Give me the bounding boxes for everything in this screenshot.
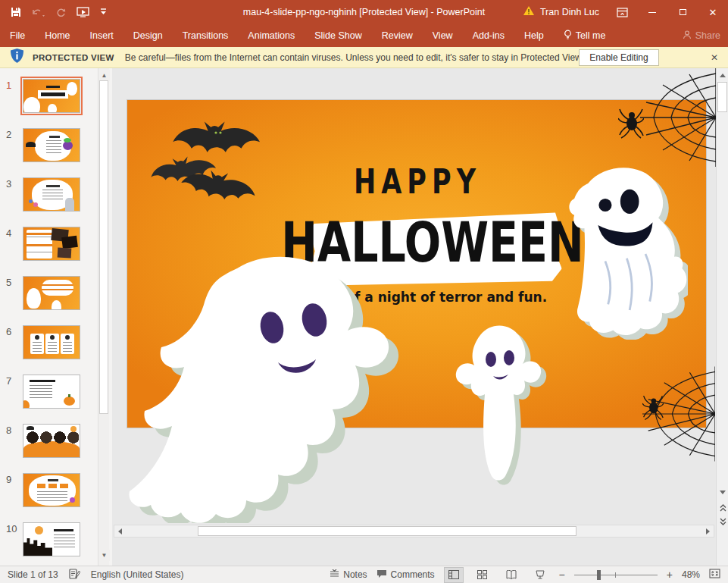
scroll-up-arrow[interactable] xyxy=(717,69,728,81)
tab-transitions[interactable]: Transitions xyxy=(173,24,239,47)
scrollbar-thumb[interactable] xyxy=(198,526,576,536)
redo-icon xyxy=(56,8,66,17)
close-button[interactable]: ✕ xyxy=(698,0,728,24)
slide-thumbnail-art xyxy=(23,227,80,261)
protected-view-message: Be careful—files from the Internet can c… xyxy=(125,52,584,63)
scroll-down-arrow[interactable]: ▼ xyxy=(98,550,110,561)
slide-number: 8 xyxy=(6,424,23,436)
scrollbar-thumb[interactable] xyxy=(99,80,108,414)
slide-thumbnail-2[interactable]: 2 xyxy=(6,128,98,162)
spider-web-top-icon xyxy=(640,68,716,167)
notes-label: Notes xyxy=(343,569,367,580)
slide-thumbnail-7[interactable]: 7 xyxy=(6,375,98,409)
slide-thumbnail-1[interactable]: 1 xyxy=(6,79,98,113)
slide-thumbnail-6[interactable]: 6 xyxy=(6,325,98,359)
fit-to-window-icon[interactable] xyxy=(709,569,720,581)
zoom-level[interactable]: 48% xyxy=(682,569,700,580)
slide-thumbnail-art xyxy=(23,128,80,162)
slide-thumbnail-art xyxy=(23,276,80,310)
comment-icon xyxy=(376,569,387,581)
ghost-left-illustration xyxy=(123,249,423,523)
zoom-out-button[interactable]: − xyxy=(559,569,565,581)
slide-thumbnail-art xyxy=(23,424,80,458)
scroll-up-arrow[interactable]: ▲ xyxy=(98,70,110,81)
slide-thumbnail-art xyxy=(23,325,80,359)
slide-thumbnail-4[interactable]: 4 xyxy=(6,227,98,261)
ghost-right-illustration xyxy=(562,155,688,340)
banner-close-icon[interactable]: ✕ xyxy=(707,50,722,65)
zoom-in-button[interactable]: + xyxy=(667,569,673,581)
slide-sorter-view-button[interactable] xyxy=(473,567,492,583)
slide-thumbnail-8[interactable]: 8 xyxy=(6,424,98,458)
horizontal-scrollbar[interactable] xyxy=(114,525,714,538)
notes-icon xyxy=(330,569,339,581)
tab-view[interactable]: View xyxy=(423,24,463,47)
slide-number: 3 xyxy=(6,177,23,190)
slide-indicator[interactable]: Slide 1 of 13 xyxy=(8,569,58,580)
reading-view-button[interactable] xyxy=(501,567,521,583)
zoom-slider-thumb[interactable] xyxy=(597,570,601,580)
slide-thumbnail-art xyxy=(23,375,80,409)
scrollbar-thumb[interactable] xyxy=(717,82,727,112)
normal-view-button[interactable] xyxy=(444,567,464,583)
warning-icon[interactable] xyxy=(523,5,535,19)
tab-animations[interactable]: Animations xyxy=(238,24,305,47)
title-bar: mau-4-slide-pp-ngo-nghinh [Protected Vie… xyxy=(0,0,728,24)
slide-number: 1 xyxy=(6,79,23,91)
zoom-slider[interactable] xyxy=(574,569,658,580)
previous-slide-button[interactable] xyxy=(717,502,728,514)
tab-slide-show[interactable]: Slide Show xyxy=(305,24,372,47)
tab-review[interactable]: Review xyxy=(372,24,423,47)
scroll-down-arrow[interactable] xyxy=(717,486,728,498)
slide-thumbnail-9[interactable]: 9 xyxy=(6,473,98,507)
slide-thumbnail-art xyxy=(23,79,80,113)
slide-number: 5 xyxy=(6,276,23,288)
language-indicator[interactable]: English (United States) xyxy=(91,569,184,580)
info-shield-icon xyxy=(11,49,23,66)
protected-view-label: PROTECTED VIEW xyxy=(33,53,114,62)
slide-thumbnail-art xyxy=(23,522,80,556)
slide-thumbnail-5[interactable]: 5 xyxy=(6,276,98,310)
save-icon[interactable] xyxy=(11,7,21,17)
notes-button[interactable]: Notes xyxy=(330,569,367,581)
scroll-right-arrow[interactable] xyxy=(702,525,714,537)
comments-label: Comments xyxy=(391,569,435,580)
tab-file[interactable]: File xyxy=(0,24,35,47)
slide-number: 6 xyxy=(6,325,23,337)
tell-me-box[interactable]: Tell me xyxy=(554,24,616,47)
slideshow-view-button[interactable] xyxy=(530,567,550,583)
slide-number: 2 xyxy=(6,128,23,140)
enable-editing-button[interactable]: Enable Editing xyxy=(579,49,659,66)
vertical-scrollbar[interactable] xyxy=(716,68,728,566)
ribbon-display-options-icon[interactable] xyxy=(607,0,637,24)
scroll-left-arrow[interactable] xyxy=(114,525,126,537)
slide-number: 4 xyxy=(6,227,23,239)
next-slide-button[interactable] xyxy=(717,516,728,528)
tab-insert[interactable]: Insert xyxy=(80,24,123,47)
tab-add-ins[interactable]: Add-ins xyxy=(463,24,514,47)
slide-thumbnail-panel: 1 2 3 4 5 xyxy=(0,68,112,566)
bats-illustration xyxy=(146,120,267,205)
comments-button[interactable]: Comments xyxy=(376,569,435,581)
maximize-button[interactable] xyxy=(667,0,698,24)
status-bar: Slide 1 of 13 English (United States) No… xyxy=(0,566,728,583)
slide-thumbnail-3[interactable]: 3 xyxy=(6,177,98,212)
slide-thumbnail-art xyxy=(23,473,80,507)
undo-icon xyxy=(32,8,45,17)
tab-home[interactable]: Home xyxy=(35,24,80,47)
powerpoint-window: mau-4-slide-pp-ngo-nghinh [Protected Vie… xyxy=(0,0,728,583)
protected-view-banner: PROTECTED VIEW Be careful—files from the… xyxy=(0,47,728,68)
customize-qat-icon[interactable] xyxy=(100,8,107,16)
slide-editor-canvas[interactable]: HAPPY HALLOWEEN Be part of a night of te… xyxy=(112,68,728,566)
spider-icon xyxy=(642,393,664,422)
user-name[interactable]: Tran Dinh Luc xyxy=(540,7,599,17)
lightbulb-icon xyxy=(564,30,572,42)
tab-design[interactable]: Design xyxy=(123,24,173,47)
minimize-button[interactable] xyxy=(637,0,667,24)
tab-help[interactable]: Help xyxy=(514,24,554,47)
start-from-beginning-icon[interactable] xyxy=(77,7,89,17)
share-button[interactable]: Share xyxy=(683,30,720,42)
slide-thumbnail-10[interactable]: 10 xyxy=(6,522,98,556)
spell-check-icon[interactable] xyxy=(69,569,80,581)
thumbnail-scrollbar[interactable]: ▲ ▼ xyxy=(98,68,109,566)
